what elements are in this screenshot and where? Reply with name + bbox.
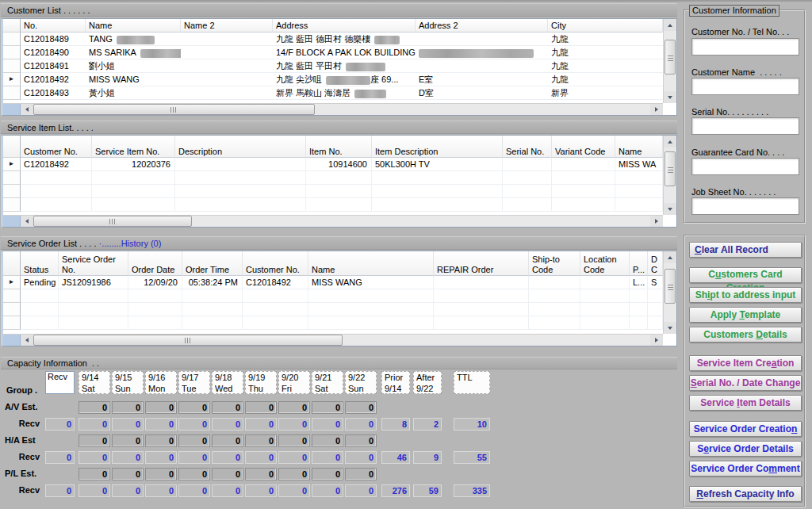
service-order-row-current[interactable]: ► Pending JS12091986 12/09/20 05:38:24 P… <box>3 276 663 289</box>
column-header-item-description[interactable]: Item Description <box>372 136 503 158</box>
column-header-description[interactable]: Description <box>175 136 306 158</box>
header-selector-cell[interactable] <box>3 19 21 33</box>
customers-card-creation-button[interactable]: Customers Card Creation <box>689 267 802 283</box>
customer-row[interactable]: C12018493 黃小姐 新界 馬鞍山 海濤居 D室 新界 <box>3 86 663 100</box>
row-selector[interactable] <box>3 33 21 46</box>
customer-row-current[interactable]: ► C12018492 MISS WANG 九龍 尖沙咀座 69... E室 九… <box>3 73 663 86</box>
column-header-service-order-no[interactable]: Service OrderNo. <box>59 251 128 276</box>
scroll-up-button[interactable] <box>664 251 676 263</box>
column-header-serial-no[interactable]: Serial No. <box>503 136 552 158</box>
guarantee-card-no-input[interactable] <box>691 158 799 175</box>
column-header-variant-code[interactable]: Variant Code <box>552 136 615 158</box>
empty-row[interactable] <box>3 185 663 198</box>
row-selector[interactable]: ► <box>3 158 21 171</box>
customer-row[interactable]: C12018491 劉小姐 九龍 藍田 平田村 九龍 <box>3 59 663 73</box>
scrollbar-thumb[interactable] <box>33 216 192 227</box>
customer-row[interactable]: C12018489 TANG 九龍 藍田 德田村 德樂樓 九龍 <box>3 33 663 46</box>
row-selector[interactable] <box>3 185 21 198</box>
vertical-scrollbar[interactable] <box>663 136 676 215</box>
column-header-customer-no[interactable]: Customer No. <box>243 251 308 276</box>
scroll-left-button[interactable] <box>21 335 33 346</box>
column-header-p[interactable]: P... <box>630 251 648 276</box>
scroll-right-button[interactable] <box>650 216 663 227</box>
vertical-scrollbar[interactable] <box>663 19 676 103</box>
scroll-down-button[interactable] <box>664 91 676 103</box>
service-order-comment-button[interactable]: Service Order Comment <box>689 461 802 476</box>
column-header-ship-to-code[interactable]: Ship-toCode <box>529 251 580 276</box>
service-item-details-button[interactable]: Service Item Details <box>689 395 802 411</box>
empty-row[interactable] <box>3 171 663 185</box>
row-selector[interactable] <box>3 303 21 316</box>
row-selector[interactable] <box>3 289 21 303</box>
horizontal-scrollbar[interactable] <box>3 215 663 227</box>
row-selector[interactable] <box>3 198 21 212</box>
scroll-right-button[interactable] <box>650 335 663 346</box>
customers-details-button[interactable]: Customers Details <box>689 327 802 343</box>
column-header-address[interactable]: Address <box>273 19 416 33</box>
scrollbar-track[interactable] <box>192 216 650 227</box>
ship-to-address-input-button[interactable]: Shipt to address input <box>689 287 802 303</box>
column-header-service-item-no[interactable]: Service Item No. <box>92 136 175 158</box>
scrollbar-track[interactable] <box>315 104 650 115</box>
column-header-name[interactable]: Name <box>86 19 181 33</box>
column-header-name2[interactable]: Name 2 <box>181 19 273 33</box>
row-selector[interactable] <box>3 59 21 73</box>
scrollbar-thumb[interactable] <box>665 40 676 75</box>
scroll-right-button[interactable] <box>650 104 663 115</box>
scrollbar-thumb[interactable] <box>33 335 343 346</box>
service-order-creation-button[interactable]: Service Order Creation <box>689 421 802 437</box>
horizontal-scrollbar[interactable] <box>3 334 663 346</box>
service-item-creation-button[interactable]: Service Item Creation <box>689 355 802 371</box>
column-header-city[interactable]: City <box>548 19 663 33</box>
header-selector-cell[interactable] <box>3 251 21 276</box>
column-header-name[interactable]: Name <box>308 251 434 276</box>
vertical-scrollbar[interactable] <box>663 251 676 334</box>
horizontal-scrollbar[interactable] <box>3 103 663 115</box>
row-selector[interactable] <box>3 171 21 185</box>
scroll-up-button[interactable] <box>664 19 676 31</box>
service-item-row-current[interactable]: ► C12018492 12020376 10914600 50KL300H T… <box>3 158 663 171</box>
row-selector[interactable]: ► <box>3 276 21 289</box>
scroll-down-button[interactable] <box>664 322 676 334</box>
empty-row[interactable] <box>3 289 663 303</box>
apply-template-button[interactable]: Apply Template <box>689 307 802 323</box>
service-order-details-button[interactable]: Service Order Details <box>689 441 802 457</box>
scrollbar-thumb[interactable] <box>33 104 315 115</box>
refresh-capacity-info-button[interactable]: Refresh Capacity Info <box>689 486 802 502</box>
column-header-location-code[interactable]: LocationCode <box>580 251 630 276</box>
customer-row[interactable]: C12018490 MS SARIKA 14/F BLOCK A PAK LOK… <box>3 46 663 59</box>
column-header-order-time[interactable]: Order Time <box>182 251 243 276</box>
row-selector[interactable] <box>3 46 21 59</box>
capacity-group-input[interactable]: Recv <box>45 371 75 394</box>
customer-no-tel-input[interactable] <box>691 38 799 55</box>
column-header-dc[interactable]: DC <box>648 251 663 276</box>
column-header-order-date[interactable]: Order Date <box>128 251 182 276</box>
clear-all-record-button[interactable]: Clear All Record <box>689 242 802 258</box>
row-selector[interactable] <box>3 86 21 100</box>
row-selector[interactable]: ► <box>3 73 21 86</box>
column-header-status[interactable]: Status <box>21 251 59 276</box>
empty-row[interactable] <box>3 198 663 212</box>
empty-row[interactable] <box>3 316 663 330</box>
column-header-name[interactable]: Name <box>615 136 663 158</box>
scrollbar-thumb[interactable] <box>665 269 676 304</box>
history-link[interactable]: ·........History (0) <box>99 239 162 248</box>
scroll-left-button[interactable] <box>21 216 33 227</box>
column-header-address2[interactable]: Address 2 <box>416 19 548 33</box>
column-header-no[interactable]: No. <box>21 19 86 33</box>
job-sheet-no-input[interactable] <box>691 197 799 215</box>
column-header-repair-order[interactable]: REPAIR Order <box>434 251 529 276</box>
serial-no-input[interactable] <box>691 117 799 135</box>
serial-no-date-change-button[interactable]: Serial No. / Date Change <box>689 375 802 391</box>
scrollbar-track[interactable] <box>343 335 650 346</box>
scroll-up-button[interactable] <box>664 136 676 147</box>
empty-row[interactable] <box>3 303 663 316</box>
column-header-item-no[interactable]: Item No. <box>306 136 372 158</box>
scroll-left-button[interactable] <box>21 104 33 115</box>
scroll-down-button[interactable] <box>664 203 676 215</box>
header-selector-cell[interactable] <box>3 136 21 158</box>
customer-name-input[interactable] <box>691 78 799 95</box>
column-header-customer-no[interactable]: Customer No. <box>21 136 92 158</box>
row-selector[interactable] <box>3 316 21 330</box>
scrollbar-thumb[interactable] <box>665 151 676 186</box>
